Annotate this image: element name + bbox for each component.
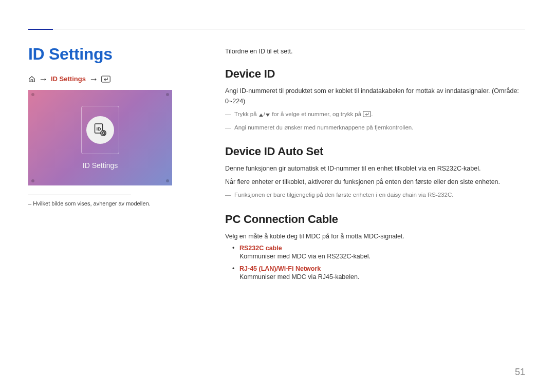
device-id-note-1: ― Trykk på / for å velge et nummer, og t… — [225, 109, 525, 121]
note1-pre: Trykk på — [234, 111, 258, 117]
device-id-body: Angi ID-nummeret til produktet som er ko… — [225, 86, 525, 106]
note-text: Funksjonen er bare tilgjengelig på den f… — [234, 190, 453, 200]
columns: ID Settings → ID Settings → — [28, 45, 525, 293]
arrow-icon: → — [39, 76, 48, 82]
right-column: Tilordne en ID til et sett. Device ID An… — [225, 45, 525, 293]
cable-desc: Kommuniser med MDC via RJ45-kabelen. — [239, 273, 359, 281]
svg-rect-0 — [102, 76, 110, 82]
cable-list: RS232C cable Kommuniser med MDC via en R… — [225, 245, 525, 281]
id-circle: ID — [86, 116, 114, 144]
note1-mid: for å velge et nummer, og trykk på — [272, 111, 363, 117]
arrow-down-icon — [265, 110, 270, 121]
heading-device-id: Device ID — [225, 67, 525, 81]
footnote: – Hvilket bilde som vises, avhenger av m… — [28, 200, 200, 207]
svg-marker-6 — [266, 114, 270, 117]
cable-item-rj45: RJ-45 (LAN)/Wi-Fi Network Kommuniser med… — [225, 265, 525, 281]
screenshot-caption: ID Settings — [83, 161, 118, 170]
id-panel: ID — [81, 106, 119, 154]
dash-icon: ― — [225, 109, 232, 121]
cable-item-rs232c: RS232C cable Kommuniser med MDC via en R… — [225, 245, 525, 260]
breadcrumb-id-settings: ID Settings — [51, 75, 86, 83]
note-text: Angi nummeret du ønsker med nummerknappe… — [234, 123, 413, 133]
cable-desc: Kommuniser med MDC via en RS232C-kabel. — [239, 253, 371, 260]
section-auto-set: Device ID Auto Set Denne funksjonen gir … — [225, 145, 525, 200]
corner-dot — [166, 179, 169, 182]
heading-auto-set: Device ID Auto Set — [225, 145, 525, 158]
page-number: 51 — [515, 367, 525, 378]
note1-post: . — [371, 111, 373, 117]
page-title: ID Settings — [28, 45, 200, 64]
section-device-id: Device ID Angi ID-nummeret til produktet… — [225, 67, 525, 133]
breadcrumb: → ID Settings → — [28, 75, 200, 83]
note-text: Trykk på / for å velge et nummer, og try… — [234, 109, 373, 121]
svg-marker-5 — [259, 114, 263, 117]
corner-dot — [166, 93, 169, 96]
arrow-icon: → — [89, 76, 98, 82]
enter-icon — [101, 76, 110, 83]
enter-icon — [363, 110, 371, 121]
cable-name: RS232C cable — [239, 245, 525, 252]
dash-icon: ― — [225, 190, 232, 200]
rule-thin — [53, 29, 525, 29]
device-id-note-2: ― Angi nummeret du ønsker med nummerknap… — [225, 123, 525, 133]
auto-set-body-1: Denne funksjonen gir automatisk et ID-nu… — [225, 163, 525, 174]
svg-text:ID: ID — [97, 126, 102, 132]
footnote-text: Hvilket bilde som vises, avhenger av mod… — [33, 200, 151, 207]
heading-pc-cable: PC Connection Cable — [225, 213, 525, 226]
auto-set-body-2: Når flere enheter er tilkoblet, aktivere… — [225, 177, 525, 187]
arrow-up-icon — [258, 110, 264, 121]
section-pc-cable: PC Connection Cable Velg en måte å koble… — [225, 213, 525, 281]
dash-icon: ― — [225, 123, 232, 133]
svg-rect-7 — [363, 111, 371, 117]
home-icon — [28, 76, 35, 83]
pc-cable-body: Velg en måte å koble deg til MDC på for … — [225, 231, 525, 241]
corner-dot — [31, 179, 34, 182]
cable-name: RJ-45 (LAN)/Wi-Fi Network — [239, 265, 525, 272]
page-content: ID Settings → ID Settings → — [0, 0, 555, 293]
auto-set-note: ― Funksjonen er bare tilgjengelig på den… — [225, 190, 525, 200]
rule-accent — [28, 29, 53, 30]
intro-text: Tilordne en ID til et sett. — [225, 48, 525, 55]
separator — [28, 195, 131, 195]
left-column: ID Settings → ID Settings → — [28, 45, 200, 293]
top-rule — [28, 28, 525, 29]
corner-dot — [31, 93, 34, 96]
screenshot-mock: ID ID Settings — [28, 90, 172, 185]
